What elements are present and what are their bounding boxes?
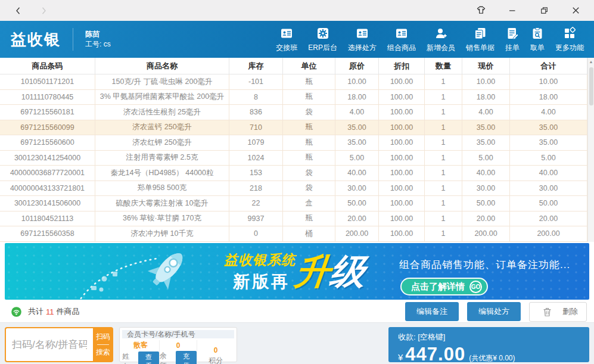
table-header-row: 商品条码 商品名称 库存 单位 原价 折扣 数量 现价 合计 <box>0 58 587 74</box>
table-cell: 济农冲力钾 10千克 <box>95 226 229 242</box>
status-bar: 共计 11 件商品 编辑备注 编辑处方 删除 <box>0 301 594 323</box>
forward-icon[interactable] <box>36 3 51 18</box>
documents-icon <box>473 26 487 41</box>
toolbar-item-shift-handover[interactable]: 交接班 <box>270 26 303 53</box>
edit-note-button[interactable]: 编辑备注 <box>405 302 459 321</box>
member-type-value: 散客 <box>133 340 148 350</box>
toolbar-item-more-functions[interactable]: 更多功能 <box>550 26 589 53</box>
view-member-button[interactable]: 查看 <box>138 351 159 364</box>
product-table: 商品条码 商品名称 库存 单位 原价 折扣 数量 现价 合计 101050117… <box>0 58 594 242</box>
toolbar-item-erp-backend[interactable]: ERP后台 <box>303 26 343 53</box>
table-cell: 1079 <box>229 135 283 151</box>
go-icon: GO <box>469 281 482 293</box>
table-cell: 22 <box>229 196 283 211</box>
toolbar-item-select-prescription[interactable]: 选择处方 <box>343 26 382 53</box>
product-search-box: 扫码 搜索 <box>5 327 113 362</box>
table-cell: 10.00 <box>462 74 510 90</box>
table-cell: 1010501171201 <box>0 74 95 90</box>
column-header: 合计 <box>510 58 587 74</box>
column-header: 库存 <box>229 58 283 74</box>
table-cell: 6971215560358 <box>0 226 95 242</box>
edit-prescription-button[interactable]: 编辑处方 <box>467 302 521 321</box>
table-cell: 40.00 <box>462 166 510 181</box>
table-row[interactable]: 3001230141254000注射用青霉素钾 2.5克1024瓶5.00100… <box>0 151 587 166</box>
close-icon[interactable] <box>568 3 583 18</box>
theme-skin-icon[interactable] <box>473 3 489 18</box>
table-cell: 100.00 <box>379 226 425 242</box>
table-cell: 35.00 <box>335 120 379 136</box>
table-row[interactable]: 6971215560358济农冲力钾 10千克0桶200.00100.00120… <box>0 226 587 242</box>
minimize-icon[interactable] <box>505 3 520 18</box>
column-header: 单位 <box>283 58 335 74</box>
table-cell: 瓶 <box>283 120 335 136</box>
table-cell: 1 <box>425 151 462 166</box>
banner-cta-button[interactable]: 点击了解详情 GO <box>400 278 488 295</box>
id-card-icon <box>279 26 294 41</box>
table-row[interactable]: 400000036877720001秦龙14号（HD4985） 44000粒15… <box>0 166 587 181</box>
toolbar-item-hold-order[interactable]: 挂单 <box>500 26 525 53</box>
table-row[interactable]: 3001230141506000硫酸庆大霉素注射液 10毫升22盒50.0010… <box>0 196 587 211</box>
table-cell: 桶 <box>283 226 335 242</box>
toolbar-label: 挂单 <box>505 43 520 53</box>
table-cell: 836 <box>229 105 283 120</box>
banner-brand-text: 益收银系统 <box>224 251 296 269</box>
toolbar-item-sales-documents[interactable]: 销售单据 <box>461 26 500 53</box>
back-icon[interactable] <box>11 3 26 18</box>
toolbar-label: 更多功能 <box>555 43 584 53</box>
button-divider <box>97 344 109 345</box>
header-toolbar: 交接班 ERP后台 选择处方 组合商品 新增会员 <box>270 26 589 53</box>
product-search-input[interactable] <box>5 327 93 362</box>
banner-feature-text: 组合商品销售功能、订单备注功能... <box>399 258 570 272</box>
table-cell: 40.00 <box>335 166 379 181</box>
toolbar-item-combo-product[interactable]: 组合商品 <box>382 26 421 53</box>
table-row[interactable]: 1010501171201150克/升 丁硫·吡虫啉 200毫升-101瓶10.… <box>0 74 587 90</box>
vertical-scrollbar[interactable]: ▲ <box>587 58 594 242</box>
payment-button[interactable]: 收款: [空格键] ¥ 447.00 (共优惠¥ 0.00) <box>388 327 589 362</box>
table-cell: 瓶 <box>283 211 335 227</box>
app-header: 益收银 陈苗 工号: cs 交接班 ERP后台 选择处方 <box>0 21 594 58</box>
table-cell: 盒 <box>283 196 335 211</box>
cta-label: 点击了解详情 <box>411 281 465 293</box>
toolbar-item-add-member[interactable]: 新增会员 <box>421 26 461 53</box>
table-cell: 济农活性生根剂 25毫升 <box>95 105 229 120</box>
table-cell: 100.00 <box>379 166 425 181</box>
item-count: 11 <box>46 307 54 316</box>
table-row[interactable]: 6971215560181济农活性生根剂 25毫升836袋4.00100.001… <box>0 105 587 120</box>
prescription-card-icon <box>355 26 369 41</box>
table-row[interactable]: 6971215560099济农蓝钙 250毫升710瓶35.00100.0013… <box>0 120 587 136</box>
table-cell: 50.00 <box>462 196 510 211</box>
delete-button[interactable]: 删除 <box>529 302 587 322</box>
table-cell: 1 <box>425 226 462 242</box>
table-cell: 瓶 <box>283 74 335 90</box>
currency-symbol: ¥ <box>398 352 403 362</box>
scroll-up-icon[interactable]: ▲ <box>589 58 593 66</box>
table-row[interactable]: 400000043133721801郑单958 500克218袋30.00100… <box>0 181 587 197</box>
combo-card-icon <box>394 26 409 41</box>
recharge-button[interactable]: 充值 <box>176 351 197 364</box>
balance-label: 余额 <box>160 351 173 364</box>
payment-label: 收款: [空格键] <box>398 332 580 343</box>
table-cell: 35.00 <box>510 120 587 136</box>
table-cell: 400000043133721801 <box>0 181 95 197</box>
points-label: 积分 <box>209 356 223 364</box>
table-cell: 1 <box>425 211 462 227</box>
table-row[interactable]: 101180452111336% 草铵·草甘膦 170克9937瓶20.0010… <box>0 211 587 227</box>
note-edit-icon <box>505 26 520 41</box>
table-row[interactable]: 10111107804453% 甲氨基阿维菌素苯甲酸盐 200毫升8瓶18.00… <box>0 90 587 105</box>
column-header: 数量 <box>425 58 462 74</box>
table-cell: 40.00 <box>510 166 587 181</box>
scrollbar-thumb[interactable] <box>589 67 593 105</box>
column-header: 商品条码 <box>0 58 95 74</box>
member-search-input[interactable] <box>122 330 234 338</box>
banner-upgrade-text: 升级 <box>292 245 368 298</box>
table-cell: 郑单958 500克 <box>95 181 229 197</box>
table-cell: -101 <box>229 74 283 90</box>
table-cell: 4.00 <box>462 105 510 120</box>
name-label: 姓名 <box>122 351 136 364</box>
member-panel: 散客 姓名 查看 0 余额 充值 0 积分 <box>119 327 237 362</box>
restore-icon[interactable] <box>536 3 552 18</box>
table-row[interactable]: 6971215560600济农红钾 250毫升1079瓶35.00100.001… <box>0 135 587 151</box>
scan-search-button[interactable]: 扫码 搜索 <box>93 327 113 362</box>
table-cell: 153 <box>229 166 283 181</box>
toolbar-item-retrieve-order[interactable]: 取单 <box>525 26 550 53</box>
